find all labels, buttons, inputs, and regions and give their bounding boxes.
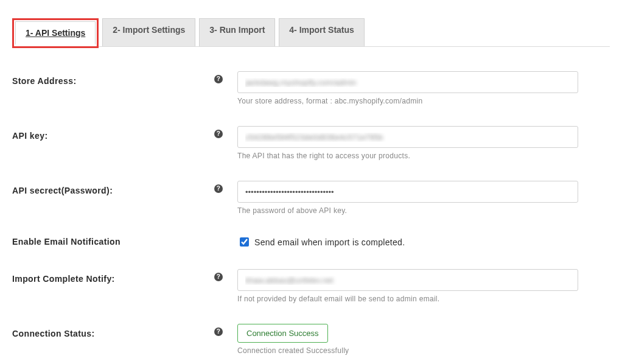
- row-connection-status: Connection Status: ? Connection Success …: [12, 324, 610, 355]
- row-api-secret: API secrect(Password): ? The password of…: [12, 181, 610, 215]
- row-store-address: Store Address: ? Your store address, for…: [12, 71, 610, 105]
- label-connection-status: Connection Status: ?: [12, 324, 237, 338]
- notify-email-input[interactable]: [237, 269, 578, 291]
- help-api-key: The API that has the right to access you…: [237, 152, 578, 160]
- checkbox-row-notify[interactable]: Send email when import is completed.: [237, 236, 578, 248]
- help-api-secret: The password of above API key.: [237, 206, 578, 215]
- help-store-address: Your store address, format : abc.myshopi…: [237, 97, 578, 105]
- field-api-key: The API that has the right to access you…: [237, 126, 578, 160]
- store-address-input[interactable]: [237, 71, 578, 93]
- enable-email-checkbox[interactable]: [240, 237, 249, 247]
- field-enable-email: Send email when import is completed.: [237, 236, 578, 248]
- label-notify-email: Import Complete Notify: ?: [12, 269, 237, 284]
- tab-highlight-box: 1- API Settings: [12, 18, 99, 48]
- label-api-secret-text: API secrect(Password):: [12, 186, 113, 195]
- tab-api-settings[interactable]: 1- API Settings: [15, 21, 96, 45]
- label-api-key-text: API key:: [12, 131, 47, 141]
- label-connection-status-text: Connection Status:: [12, 329, 95, 338]
- tab-run-import[interactable]: 3- Run Import: [199, 18, 275, 46]
- help-icon[interactable]: ?: [214, 273, 223, 281]
- help-icon[interactable]: ?: [214, 130, 223, 138]
- field-notify-email: If not provided by default email will be…: [237, 269, 578, 303]
- tab-bar: 1- API Settings 2- Import Settings 3- Ru…: [12, 18, 610, 47]
- field-api-secret: The password of above API key.: [237, 181, 578, 215]
- enable-email-checkbox-label: Send email when import is completed.: [254, 237, 405, 247]
- api-secret-input[interactable]: [237, 181, 578, 203]
- status-badge: Connection Success: [237, 324, 328, 343]
- status-text: Connection created Successfully: [237, 346, 578, 355]
- row-enable-email: Enable Email Notification Send email whe…: [12, 236, 610, 248]
- tab-import-status[interactable]: 4- Import Status: [279, 18, 365, 46]
- label-api-secret: API secrect(Password): ?: [12, 181, 237, 195]
- field-store-address: Your store address, format : abc.myshopi…: [237, 71, 578, 105]
- label-api-key: API key: ?: [12, 126, 237, 141]
- label-enable-email-text: Enable Email Notification: [12, 237, 121, 247]
- help-icon[interactable]: ?: [214, 184, 223, 193]
- api-key-input[interactable]: [237, 126, 578, 148]
- label-enable-email: Enable Email Notification: [12, 236, 237, 247]
- help-notify-email: If not provided by default email will be…: [237, 295, 578, 303]
- row-api-key: API key: ? The API that has the right to…: [12, 126, 610, 160]
- label-store-address: Store Address: ?: [12, 71, 237, 86]
- field-connection-status: Connection Success Connection created Su…: [237, 324, 578, 355]
- row-notify-email: Import Complete Notify: ? If not provide…: [12, 269, 610, 303]
- tab-import-settings[interactable]: 2- Import Settings: [102, 18, 195, 46]
- help-icon[interactable]: ?: [214, 75, 223, 83]
- help-icon[interactable]: ?: [214, 327, 223, 336]
- label-notify-email-text: Import Complete Notify:: [12, 274, 115, 284]
- label-store-address-text: Store Address:: [12, 76, 76, 86]
